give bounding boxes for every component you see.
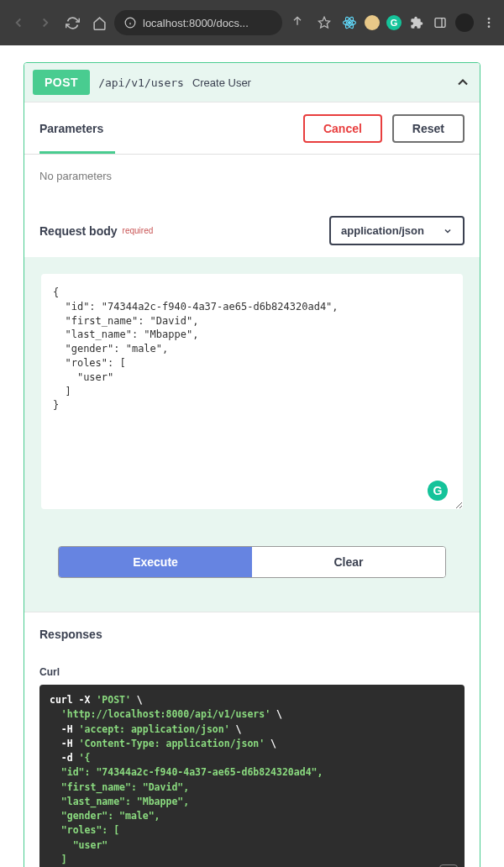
operation-block: POST /api/v1/users Create User Parameter…	[24, 62, 480, 867]
method-badge: POST	[33, 70, 90, 95]
execute-row: Execute Clear	[58, 546, 446, 578]
curl-code-block[interactable]: curl -X 'POST' \ 'http://localhost:8000/…	[39, 685, 465, 867]
menu-icon[interactable]	[480, 14, 497, 31]
back-button[interactable]	[7, 11, 30, 34]
svg-point-10	[488, 18, 491, 20]
request-body-textarea[interactable]	[41, 274, 463, 509]
execute-button[interactable]: Execute	[59, 547, 252, 577]
svg-point-4	[349, 22, 351, 24]
clear-button[interactable]: Clear	[252, 547, 445, 577]
url-text: localhost:8000/docs...	[143, 17, 249, 29]
bookmark-icon[interactable]	[312, 11, 336, 34]
home-button[interactable]	[87, 11, 111, 34]
curl-label: Curl	[39, 666, 465, 678]
content-type-select[interactable]: application/json	[329, 216, 465, 245]
reload-button[interactable]	[60, 11, 84, 34]
operation-description: Create User	[192, 76, 251, 89]
cancel-button[interactable]: Cancel	[303, 114, 382, 143]
svg-marker-3	[318, 17, 329, 28]
profile-avatar[interactable]	[455, 13, 474, 32]
browser-chrome: localhost:8000/docs... G	[0, 0, 504, 45]
chevron-up-icon[interactable]	[454, 74, 471, 91]
share-icon[interactable]	[286, 11, 309, 34]
url-bar[interactable]: localhost:8000/docs...	[114, 10, 282, 35]
grammarly-extension-icon[interactable]: G	[386, 15, 402, 30]
operation-summary[interactable]: POST /api/v1/users Create User	[24, 63, 480, 102]
operation-path: /api/v1/users	[98, 76, 184, 89]
request-body-title: Request body	[39, 224, 118, 238]
content-type-value: application/json	[341, 224, 424, 237]
forward-button[interactable]	[34, 11, 57, 34]
extensions-icon[interactable]	[408, 14, 425, 31]
site-info-icon[interactable]	[124, 17, 136, 29]
grammarly-icon[interactable]: G	[428, 481, 448, 501]
no-parameters-text: No parameters	[24, 154, 480, 197]
swagger-page: POST /api/v1/users Create User Parameter…	[0, 45, 504, 867]
svg-rect-8	[435, 18, 445, 28]
svg-point-11	[488, 22, 491, 24]
react-devtools-icon[interactable]	[341, 14, 358, 31]
svg-point-12	[488, 25, 491, 28]
chevron-down-icon	[443, 226, 453, 236]
extension-icon-1[interactable]	[365, 15, 380, 30]
curl-section: Curl curl -X 'POST' \ 'http://localhost:…	[24, 656, 480, 867]
responses-title: Responses	[24, 612, 480, 656]
panel-icon[interactable]	[432, 14, 449, 31]
required-badge: required	[123, 226, 154, 235]
parameters-title: Parameters	[39, 122, 103, 135]
parameters-header: Parameters Cancel Reset	[24, 102, 480, 151]
request-body-header: Request body required application/json	[24, 197, 480, 257]
reset-button[interactable]: Reset	[392, 114, 465, 143]
request-body-section: G Execute Clear	[24, 257, 480, 612]
